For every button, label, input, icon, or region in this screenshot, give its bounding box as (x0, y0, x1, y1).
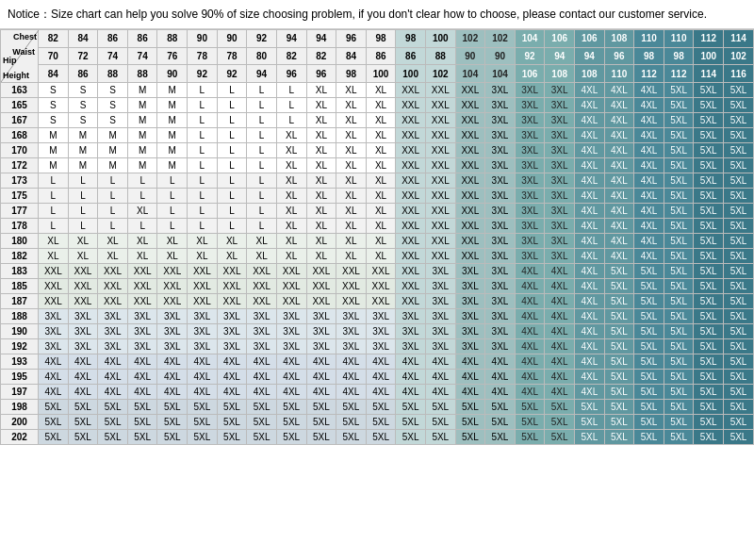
size-value: 4XL (604, 158, 634, 173)
size-value: XL (366, 249, 396, 264)
size-value: 4XL (336, 385, 367, 400)
height-value: 197 (1, 385, 39, 400)
size-value: XXL (366, 264, 396, 279)
size-value: 5XL (634, 430, 664, 445)
size-value: 5XL (575, 430, 605, 445)
size-value: 3XL (485, 264, 516, 279)
size-value: XL (336, 219, 367, 234)
size-value: 4XL (604, 143, 634, 158)
size-value: XXL (455, 249, 485, 264)
size-value: XXL (425, 219, 455, 234)
size-value: 5XL (604, 370, 634, 385)
size-value: 5XL (724, 309, 754, 324)
size-value: 5XL (724, 98, 754, 113)
size-value: XL (188, 249, 218, 264)
size-value: S (98, 98, 128, 113)
size-value: 4XL (604, 83, 634, 98)
size-value: 4XL (39, 354, 69, 370)
hip-value: 92 (217, 65, 247, 83)
chest-value: 86 (98, 30, 128, 48)
size-value: 5XL (157, 415, 188, 430)
size-value: XL (276, 143, 306, 158)
size-value: 5XL (724, 415, 754, 430)
size-value: 5XL (694, 83, 724, 98)
size-chart-table: Chest Waist Hip Height 82848686889090929… (0, 29, 754, 445)
size-value: XL (39, 249, 69, 264)
size-value: L (247, 173, 277, 189)
size-value: 5XL (157, 430, 188, 445)
hip-value: 100 (396, 65, 426, 83)
table-container: Chest Waist Hip Height 82848686889090929… (0, 29, 754, 445)
size-value: 5XL (724, 158, 754, 173)
table-row: 163SSSMMLLLLXLXLXLXXLXXLXXL3XL3XL3XL4XL4… (1, 83, 754, 98)
size-value: 5XL (98, 415, 128, 430)
size-value: M (157, 98, 188, 113)
size-value: L (188, 143, 218, 158)
size-value: 3XL (157, 339, 188, 354)
size-value: XL (366, 189, 396, 204)
size-value: L (188, 128, 218, 143)
size-value: 4XL (188, 354, 218, 370)
size-value: 5XL (604, 309, 634, 324)
size-value: 3XL (545, 143, 575, 158)
size-value: 4XL (247, 385, 277, 400)
size-value: 3XL (98, 339, 128, 354)
size-value: 5XL (425, 430, 455, 445)
size-value: 3XL (68, 309, 98, 324)
size-value: 4XL (306, 370, 336, 385)
hip-value: 84 (39, 65, 69, 83)
size-value: 4XL (39, 370, 69, 385)
size-value: 4XL (575, 98, 605, 113)
size-value: 5XL (396, 415, 426, 430)
size-value: 5XL (604, 339, 634, 354)
size-value: 5XL (276, 415, 306, 430)
size-value: 5XL (694, 219, 724, 234)
size-value: 4XL (575, 83, 605, 98)
size-value: 4XL (127, 370, 157, 385)
size-value: XL (306, 204, 336, 219)
hip-value: 96 (276, 65, 306, 83)
size-value: 3XL (485, 98, 516, 113)
size-value: 4XL (545, 370, 575, 385)
size-value: 4XL (425, 385, 455, 400)
size-value: 5XL (724, 113, 754, 128)
size-value: 4XL (545, 354, 575, 370)
size-value: XL (366, 204, 396, 219)
height-value: 180 (1, 234, 39, 249)
size-value: 4XL (634, 113, 664, 128)
hip-value: 102 (425, 65, 455, 83)
size-value: 5XL (724, 249, 754, 264)
table-row: 1923XL3XL3XL3XL3XL3XL3XL3XL3XL3XL3XL3XL3… (1, 339, 754, 354)
size-value: 3XL (485, 143, 516, 158)
chest-value: 96 (336, 30, 367, 48)
waist-value: 82 (276, 47, 306, 65)
size-value: 4XL (575, 294, 605, 309)
size-value: XL (306, 143, 336, 158)
size-value: XXL (306, 294, 336, 309)
size-value: 5XL (485, 415, 516, 430)
size-value: 4XL (485, 354, 516, 370)
size-value: L (39, 173, 69, 189)
size-value: 5XL (634, 309, 664, 324)
size-value: 4XL (545, 264, 575, 279)
size-value: 4XL (575, 324, 605, 339)
chest-value: 94 (306, 30, 336, 48)
size-value: S (39, 83, 69, 98)
hip-value: 110 (604, 65, 634, 83)
table-row: 175LLLLLLLLXLXLXLXLXXLXXLXXL3XL3XL3XL4XL… (1, 189, 754, 204)
size-value: XL (366, 234, 396, 249)
size-value: 5XL (664, 264, 694, 279)
chest-value: 92 (247, 30, 277, 48)
size-value: XXL (336, 264, 367, 279)
height-value: 170 (1, 143, 39, 158)
size-value: 3XL (247, 324, 277, 339)
height-value: 188 (1, 309, 39, 324)
size-value: 3XL (217, 339, 247, 354)
size-value: 4XL (604, 173, 634, 189)
height-value: 178 (1, 219, 39, 234)
size-value: XL (247, 249, 277, 264)
size-value: 3XL (485, 189, 516, 204)
size-value: 5XL (68, 400, 98, 415)
height-value: 185 (1, 279, 39, 294)
size-value: 5XL (664, 113, 694, 128)
